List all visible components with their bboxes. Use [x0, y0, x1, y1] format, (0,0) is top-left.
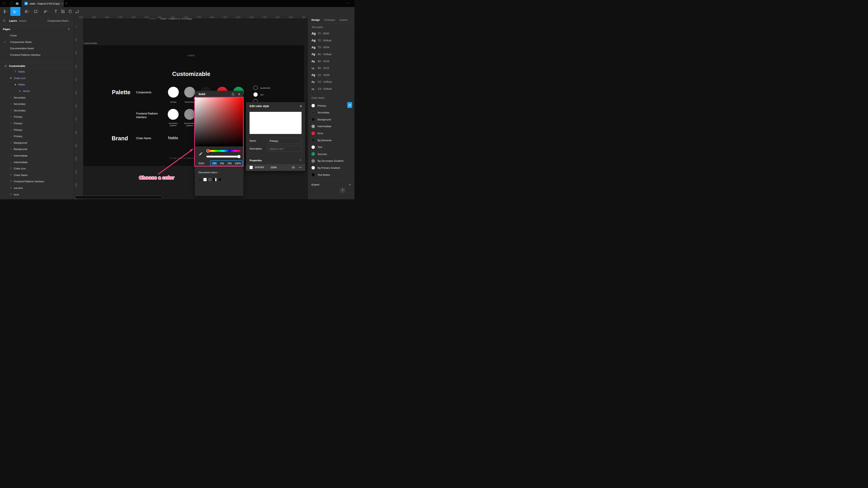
- tab-design[interactable]: Design: [311, 19, 320, 21]
- layer-row[interactable]: Primary: [0, 127, 74, 133]
- help-button[interactable]: ?: [340, 187, 346, 193]
- blend-icon[interactable]: [232, 93, 235, 96]
- frame-label[interactable]: Customizable: [84, 42, 97, 44]
- horizontal-scrollbar[interactable]: [75, 196, 162, 199]
- text-style-row[interactable]: AgT1 · 24/32: [308, 30, 354, 37]
- layer-row[interactable]: Background: [0, 146, 74, 153]
- text-style-row[interactable]: AgC3 · 10/Auto: [308, 86, 354, 92]
- tab-assets[interactable]: Assets: [19, 20, 26, 22]
- window-control-icon[interactable]: [2, 2, 5, 5]
- text-style-row[interactable]: AgT3 · 16/24: [308, 44, 354, 51]
- color-style-row[interactable]: Bg Secondary Gradient: [308, 158, 354, 164]
- layer-row[interactable]: Primary: [0, 113, 74, 120]
- blend-mode-select[interactable]: Solid: [198, 93, 205, 96]
- layer-row[interactable]: Primary: [0, 133, 74, 140]
- swatch-bg-secondary-gradient[interactable]: [184, 109, 195, 120]
- page-row[interactable]: Documentation Asset: [0, 45, 74, 52]
- layer-row[interactable]: Vector: [0, 88, 74, 94]
- color-style-row[interactable]: Success: [308, 151, 354, 158]
- layer-row[interactable]: Secondary: [0, 101, 74, 107]
- frame-tool-button[interactable]: ▾: [23, 7, 31, 16]
- text-tool-button[interactable]: [53, 7, 59, 16]
- search-icon[interactable]: [3, 20, 6, 22]
- name-input[interactable]: [268, 138, 302, 144]
- style-options-button[interactable]: [347, 102, 352, 108]
- layer-row[interactable]: Intermediate: [0, 159, 74, 165]
- layer-row[interactable]: Secondary: [0, 94, 74, 101]
- page-row[interactable]: Frontend Platform Interface: [0, 52, 74, 58]
- opacity-value[interactable]: 100%: [270, 166, 277, 169]
- mini-swatch-text[interactable]: [253, 92, 258, 97]
- text-style-row[interactable]: AgB3 · 11/13: [308, 65, 354, 72]
- component-tool-button[interactable]: [59, 7, 66, 16]
- layer-row[interactable]: Chain Icon: [0, 75, 74, 82]
- layer-row[interactable]: Primary: [0, 120, 74, 127]
- color-style-row[interactable]: Error: [308, 130, 354, 137]
- document-color-swatch[interactable]: [204, 178, 207, 181]
- palette-swatch-intermediate[interactable]: [184, 87, 195, 98]
- pen-tool-button[interactable]: ▾: [41, 7, 50, 16]
- comment-tool-button[interactable]: [74, 7, 81, 16]
- swatch-bg-primary-gradient[interactable]: [168, 109, 179, 120]
- add-export-icon[interactable]: +: [349, 183, 351, 186]
- page-selector[interactable]: Components Sheet ▴: [48, 20, 69, 22]
- visibility-eye-icon[interactable]: [291, 166, 295, 168]
- document-colors-toggle[interactable]: Document colors ▾: [198, 171, 219, 174]
- hex-value[interactable]: FFFFFF: [255, 166, 264, 169]
- layer-row[interactable]: Frontend Platform Interface: [0, 178, 74, 185]
- document-color-swatch[interactable]: [198, 178, 202, 181]
- document-color-swatch[interactable]: [209, 178, 212, 181]
- window-control-icon[interactable]: [10, 2, 13, 5]
- color-style-row[interactable]: Intermediate: [308, 123, 354, 130]
- color-style-row[interactable]: Text: [308, 144, 354, 151]
- close-icon[interactable]: [300, 105, 302, 107]
- text-style-row[interactable]: AgB1 · 14/Auto: [308, 51, 354, 58]
- close-tab-icon[interactable]: ✕: [62, 2, 64, 5]
- tab-inspect[interactable]: Inspect: [340, 19, 347, 21]
- close-icon[interactable]: [238, 93, 240, 95]
- home-icon[interactable]: [15, 1, 19, 5]
- layer-row[interactable]: Background: [0, 140, 74, 146]
- new-tab-icon[interactable]: +: [66, 2, 67, 5]
- move-tool-button[interactable]: ▾: [10, 7, 20, 16]
- text-style-row[interactable]: AgC2 · 12/Auto: [308, 78, 354, 86]
- overflow-menu-icon[interactable]: …: [346, 0, 349, 4]
- layer-label: Frontend Platform Interface: [14, 180, 44, 183]
- layer-row[interactable]: error: [0, 191, 74, 198]
- root-layer-row[interactable]: Customizable: [0, 63, 74, 69]
- text-style-row[interactable]: AgC1 · 15/24: [308, 72, 354, 78]
- color-style-row[interactable]: Bg Elements: [308, 137, 354, 144]
- text-style-row[interactable]: AgT2 · 18/Auto: [308, 37, 354, 44]
- color-style-row[interactable]: Text Button: [308, 171, 354, 178]
- shape-tool-button[interactable]: ▾: [32, 7, 41, 16]
- layer-row[interactable]: Intermediate: [0, 153, 74, 159]
- document-color-swatch[interactable]: [213, 178, 217, 181]
- layer-row[interactable]: Nabla: [0, 68, 74, 75]
- document-color-swatch[interactable]: [218, 178, 221, 181]
- remove-property-icon[interactable]: [299, 167, 302, 168]
- file-tab[interactable]: nabla - Outpost UI Kit (Copy) ✕: [22, 0, 64, 7]
- color-style-row[interactable]: Secondary: [308, 109, 354, 116]
- property-color-swatch[interactable]: [250, 166, 253, 169]
- palette-swatch-primary[interactable]: [168, 87, 179, 98]
- layer-row[interactable]: Chain Name: [0, 172, 74, 178]
- description-input[interactable]: [268, 146, 302, 152]
- text-style-row[interactable]: AgB2 · 12/16: [308, 58, 354, 65]
- layer-row[interactable]: Secondary: [0, 107, 74, 114]
- browser-tab-strip: nabla - Outpost UI Kit (Copy) ✕ + …: [0, 0, 354, 7]
- layer-row[interactable]: success: [0, 185, 74, 191]
- tab-layers[interactable]: Layers: [9, 20, 17, 22]
- hand-tool-button[interactable]: [66, 7, 74, 16]
- main-menu-button[interactable]: ▾: [1, 7, 9, 16]
- color-style-row[interactable]: Background: [308, 116, 354, 123]
- color-style-row[interactable]: Bg Primary Gradient: [308, 164, 354, 171]
- page-row[interactable]: Cover: [0, 32, 74, 39]
- mini-swatch-bg-elements[interactable]: [253, 86, 258, 90]
- layer-row[interactable]: Nabla: [0, 81, 74, 88]
- page-row[interactable]: ✓Components Sheet: [0, 39, 74, 45]
- add-property-icon[interactable]: +: [300, 158, 301, 162]
- tab-prototype[interactable]: Prototype: [324, 19, 335, 21]
- add-page-icon[interactable]: +: [68, 27, 70, 31]
- property-row[interactable]: FFFFFF 100%: [246, 164, 305, 170]
- layer-row[interactable]: Chain Icon: [0, 165, 74, 172]
